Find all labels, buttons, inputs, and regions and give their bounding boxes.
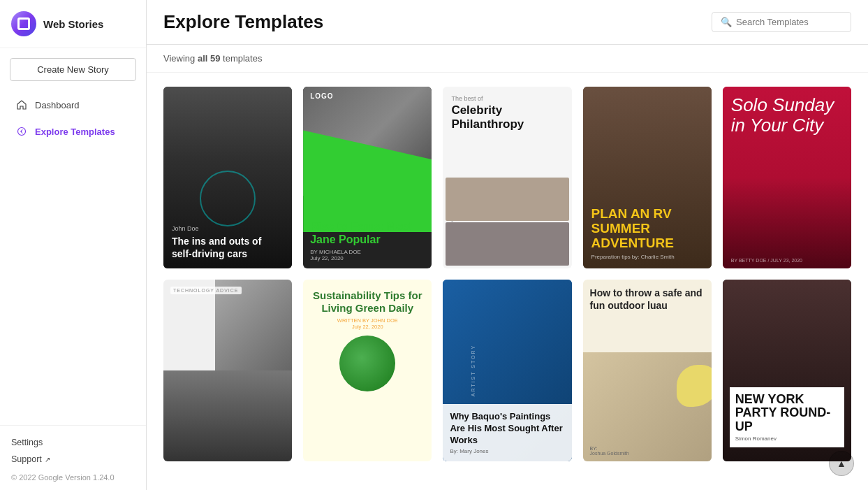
- main-content: Explore Templates 🔍 Viewing all 59 templ…: [147, 0, 868, 490]
- card-image-2: [446, 222, 568, 266]
- template-card-rise[interactable]: LOGO Rise to Fame: Meet Jane Popular BY …: [303, 87, 432, 268]
- search-icon: 🔍: [721, 17, 732, 27]
- card-inner: Sustainability Tips for Living Green Dai…: [303, 280, 432, 461]
- template-card-artist[interactable]: ARTIST STORY Why Baquo's Paintings Are H…: [443, 280, 571, 461]
- scroll-to-top-button[interactable]: ▲: [829, 451, 854, 476]
- main-wrapper: John Doe The ins and outs of self-drivin…: [147, 73, 868, 490]
- template-card-nyc-party[interactable]: NEW YORK PARTY ROUND-UP Simon Romanev: [723, 280, 851, 461]
- card-byline: BY MICHAELA DOE: [310, 249, 425, 255]
- search-box[interactable]: 🔍: [712, 12, 851, 32]
- card-tag: ARTIST STORY: [471, 345, 476, 396]
- card-subtitle: Preparation tips by: Charlie Smith: [591, 254, 703, 260]
- card-title: Sustainability Tips for Living Green Dai…: [310, 289, 425, 315]
- top-bar: Explore Templates 🔍: [147, 0, 868, 45]
- card-title: Why Baquo's Paintings Are His Most Sough…: [450, 411, 564, 447]
- home-icon: [15, 99, 28, 111]
- sidebar-item-dashboard[interactable]: Dashboard: [4, 92, 142, 117]
- template-card-home-video[interactable]: TECHNOLOGY ADVICE Everything You Need Fo…: [163, 280, 292, 461]
- card-title: Solo Sunday in Your City: [731, 95, 843, 135]
- card-text: Rise to Fame: Meet Jane Popular BY MICHA…: [303, 212, 432, 268]
- card-text: Why Baquo's Paintings Are His Most Sough…: [443, 404, 571, 461]
- page-title: Explore Templates: [163, 11, 323, 33]
- template-card-self-driving[interactable]: John Doe The ins and outs of self-drivin…: [163, 87, 292, 268]
- card-overlay: [723, 178, 851, 268]
- sidebar-item-explore-label: Explore Templates: [35, 127, 115, 137]
- sidebar-header: Web Stories: [0, 0, 146, 48]
- card-author: John Doe: [172, 225, 284, 232]
- svg-marker-1: [20, 129, 23, 134]
- card-title-area: The best of Celebrity Philanthropy: [451, 95, 563, 132]
- card-title: Rise to Fame: Meet Jane Popular: [310, 219, 425, 246]
- sidebar-item-explore-templates[interactable]: Explore Templates: [4, 119, 142, 144]
- compass-icon: [15, 125, 28, 138]
- card-title: PLAN AN RV SUMMER ADVENTURE: [591, 207, 703, 251]
- template-card-solo-sunday[interactable]: Solo Sunday in Your City BY BETTY DOE / …: [723, 87, 851, 268]
- app-name-label: Web Stories: [43, 18, 103, 30]
- card-byline: BY BETTY DOE / JULY 23, 2020: [731, 258, 843, 263]
- card-byline: WRITTEN BY JOHN DOE July 22, 2020: [337, 317, 398, 330]
- template-grid: John Doe The ins and outs of self-drivin…: [147, 73, 868, 490]
- card-byline: BY: Joshua Goldsmith: [590, 446, 629, 456]
- viewing-suffix: templates: [220, 53, 262, 64]
- card-title: How to throw a safe and fun outdoor luau: [590, 287, 705, 312]
- card-image-bottom: [163, 370, 292, 461]
- card-byline: By: Mary Jones: [450, 448, 564, 454]
- card-title: NEW YORK PARTY ROUND-UP: [735, 393, 839, 434]
- sidebar-item-dashboard-label: Dashboard: [35, 100, 80, 110]
- viewing-count: all 59: [198, 53, 221, 64]
- template-card-rv[interactable]: PLAN AN RV SUMMER ADVENTURE Preparation …: [583, 87, 712, 268]
- external-link-icon: ↗: [45, 456, 50, 463]
- card-title: Celebrity Philanthropy: [451, 103, 563, 132]
- card-text: Solo Sunday in Your City: [731, 95, 843, 135]
- card-title: The ins and outs of self-driving cars: [172, 235, 284, 260]
- viewing-prefix: Viewing: [163, 53, 198, 64]
- create-story-button[interactable]: Create New Story: [10, 58, 136, 81]
- template-card-sustainability[interactable]: Sustainability Tips for Living Green Dai…: [303, 280, 432, 461]
- logo-inner: [17, 17, 30, 30]
- card-text: PLAN AN RV SUMMER ADVENTURE Preparation …: [583, 199, 712, 268]
- card-blob: [677, 365, 712, 407]
- card-images: [443, 178, 571, 268]
- copyright-text: © 2022 Google Version 1.24.0: [11, 473, 135, 482]
- settings-link[interactable]: Settings: [11, 434, 135, 451]
- template-card-outdoor-luau[interactable]: How to throw a safe and fun outdoor luau…: [583, 280, 712, 461]
- card-date: July 22, 2020: [310, 255, 425, 261]
- card-inner: How to throw a safe and fun outdoor luau…: [583, 280, 712, 461]
- search-input[interactable]: [736, 17, 842, 27]
- card-byline: Simon Romanev: [735, 435, 839, 442]
- card-tag: TECHNOLOGY ADVICE: [170, 287, 242, 294]
- sidebar-bottom: Settings Support ↗ © 2022 Google Version…: [0, 425, 146, 490]
- card-text: NEW YORK PARTY ROUND-UP Simon Romanev: [730, 387, 844, 447]
- card-best-of: The best of: [451, 95, 563, 102]
- card-overlay: John Doe The ins and outs of self-drivin…: [163, 217, 292, 268]
- support-link[interactable]: Support ↗: [11, 451, 135, 468]
- app-logo: [11, 11, 36, 36]
- card-globe-icon: [339, 336, 395, 391]
- template-card-celebrity[interactable]: The best of Celebrity Philanthropy A ROU…: [443, 87, 571, 268]
- nav-list: Dashboard Explore Templates: [0, 85, 146, 151]
- card-image-1: [446, 178, 568, 221]
- viewing-bar: Viewing all 59 templates: [147, 45, 868, 73]
- card-logo: LOGO: [310, 92, 333, 100]
- sidebar: Web Stories Create New Story Dashboard E…: [0, 0, 147, 490]
